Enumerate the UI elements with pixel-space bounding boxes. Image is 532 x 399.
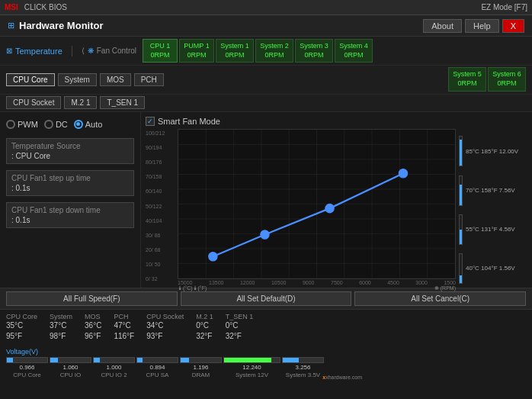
m2-1-btn[interactable]: M.2 1 [64,96,97,109]
y-label-8: 20/ 68 [146,247,175,253]
volt-sys35v-track [282,357,324,363]
fan-sys2-btn[interactable]: System 2 0RPM [255,39,293,63]
smart-fan-checkbox[interactable] [146,117,155,126]
volt-dram-fill [181,358,189,362]
fan-step-up-label: CPU Fan1 step up time [11,174,129,182]
mode-radio-group: PWM DC Auto [6,120,134,129]
fan-sys6-btn[interactable]: System 6 0RPM [488,67,526,91]
voltage-item-1: 70°C 158°F 7.56V [459,175,527,206]
reading-cpu-socket: CPU Socket 34°C93°F [146,313,184,342]
svg-point-20 [261,230,269,239]
x-label-3: 10500 [271,280,286,285]
volt-cpu-io-fill [50,358,58,362]
tsen1-btn[interactable]: T_SEN 1 [100,96,145,109]
fan-sys5-btn[interactable]: System 5 0RPM [448,67,486,91]
ez-mode-label[interactable]: EZ Mode [F7] [481,3,527,11]
y-label-7: 30/ 86 [146,233,175,238]
fan-pump1-label: PUMP 1 [183,42,210,51]
volt-sys12v: 12.240 System 12V [223,357,280,378]
msi-logo: MSI [5,3,18,11]
fan-step-down-label: CPU Fan1 step down time [11,206,129,214]
system-reading-val: 37°C98°F [50,320,66,342]
volt-cpu-core-value: 0.966 [19,364,34,371]
y-label-1: 90/194 [146,145,175,150]
pch-btn[interactable]: PCH [134,73,164,86]
chart-svg-container [178,129,456,279]
about-button[interactable]: About [423,19,462,33]
dc-radio[interactable]: DC [44,120,68,129]
fan-sys4-btn[interactable]: System 4 0RPM [335,39,373,63]
full-speed-button[interactable]: All Full Speed(F) [6,291,178,306]
pwm-radio[interactable]: PWM [6,120,38,129]
right-panel: Smart Fan Mode 100/212 90/194 80/176 70/… [141,112,532,288]
tsen1-reading-val: 0°C32°F [226,320,242,342]
cpu-socket-reading-val: 34°C93°F [146,320,163,342]
volt-sys35v-value: 3.256 [295,364,310,371]
set-default-button[interactable]: All Set Default(D) [181,291,352,306]
temp-icon: ⊠ [6,47,12,55]
volt-sys35v-label: System 3.5V [286,372,320,378]
y-label-0: 100/212 [146,130,175,136]
voltage-label-1: 70°C 158°F 7.56V [466,187,515,194]
fan-pump1-btn[interactable]: PUMP 1 0RPM [179,39,214,63]
volt-sys12v-fill [224,358,271,362]
left-panel: PWM DC Auto Temperature Source : CPU Cor… [0,112,141,288]
auto-circle [74,120,83,129]
volt-dram-value: 1.196 [193,364,208,371]
voltage-bar-1 [459,175,463,206]
y-label-10: 0/ 32 [146,276,175,282]
temp-buttons-row1: CPU Core System MOS PCH [6,73,164,86]
m2-1-reading-label: M.2 1 [196,313,213,320]
y-label-4: 60/140 [146,188,175,194]
fan-sys3-btn[interactable]: System 3 0RPM [295,39,333,63]
fan-cpu1-btn[interactable]: CPU 1 0RPM [143,39,178,63]
fan-step-up-value: : 0.1s [11,184,129,192]
x-axis-units: 🌡(°C) 🌡(°F) ❋ (RPM) [178,285,456,291]
pch-reading-val: 47°C116°F [114,320,134,342]
voltage-section: Voltage(V) [0,345,532,356]
volt-cpu-io2: 1.000 CPU IO 2 [93,357,135,378]
voltage-item-0: 85°C 185°F 12.00V [459,136,527,166]
fan-step-down-box: CPU Fan1 step down time : 0.1s [6,202,134,228]
fan-sys1-btn[interactable]: System 1 0RPM [216,39,254,63]
voltage-label-3: 40°C 104°F 1.56V [466,265,515,272]
chart-header: Smart Fan Mode [146,117,527,126]
system-btn[interactable]: System [58,73,97,86]
voltage-label-0: 85°C 185°F 12.00V [466,148,518,155]
mos-btn[interactable]: MOS [100,73,131,86]
auto-radio[interactable]: Auto [74,120,103,129]
volt-cpu-io: 1.060 CPU IO [50,357,91,378]
temperature-section-header[interactable]: ⊠ Temperature [6,47,62,56]
cpu-core-btn[interactable]: CPU Core [6,73,55,86]
fan-sys4-label: System 4 [338,42,369,51]
fan-control-header[interactable]: ⟨ ❋ Fan Control [82,47,136,55]
volt-cpu-sa-label: CPU SA [146,372,169,378]
x-axis-labels: 15000 13500 12000 10500 9000 7500 6000 4… [178,279,456,285]
x-label-0: 15000 [178,280,192,285]
fan-buttons-container: CPU 1 0RPM PUMP 1 0RPM System 1 0RPM Sys… [143,39,373,63]
x-label-4: 9000 [303,280,315,285]
cpu-socket-reading-label: CPU Socket [146,313,184,320]
mos-reading-label: MOS [85,313,101,320]
reading-system: System 37°C98°F [50,313,72,342]
dc-label: DC [56,120,68,129]
cancel-button[interactable]: All Set Cancel(C) [354,291,526,306]
pwm-circle [6,120,15,129]
volt-sys12v-value: 12.240 [242,364,261,371]
help-button[interactable]: Help [465,19,499,33]
x-label-1: 13500 [209,280,223,285]
fan-sys6-label: System 6 [492,70,522,79]
chart-with-labels: 100/212 90/194 80/176 70/158 60/140 50/1… [146,129,456,291]
x-label-5: 7500 [331,280,343,285]
pwm-label: PWM [18,120,38,129]
temp-unit-f: 🌡(°F) [193,285,207,291]
reading-mos: MOS 36°C96°F [85,313,101,342]
fan-icon-header: ⟨ [82,47,85,55]
voltage-bar-3 [459,253,463,284]
title-bar: ⊞ Hardware Monitor About Help X [0,15,532,37]
fan-sys2-label: System 2 [259,42,290,51]
close-button[interactable]: X [502,19,524,33]
volt-cpu-core-label: CPU Core [13,372,40,378]
cpu-socket-btn[interactable]: CPU Socket [6,96,61,109]
volt-sys35v: 3.256 System 3.5V xxhardware.com [282,357,324,378]
